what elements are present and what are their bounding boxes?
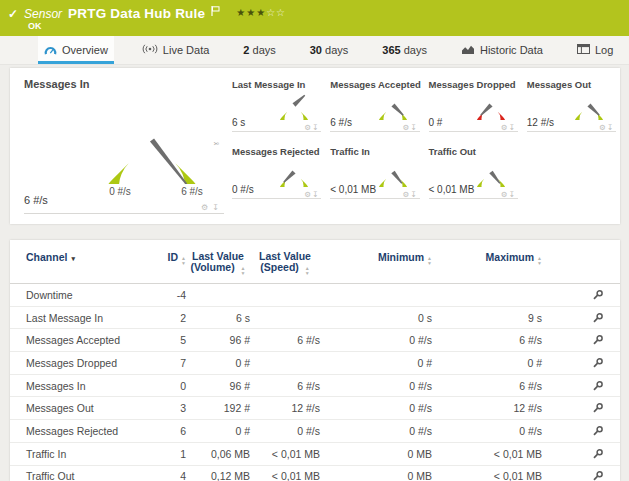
gauge-min-label: 0 #/s — [90, 186, 150, 197]
gauge-actions: ⚙↧ — [304, 191, 319, 199]
gear-icon[interactable]: ⚙ — [304, 123, 312, 132]
tab-overview[interactable]: Overview — [38, 36, 114, 64]
tab-historic-data[interactable]: Historic Data — [461, 36, 543, 64]
gauge-value: < 0,01 MB — [330, 184, 376, 195]
cell-id: 2 — [158, 312, 186, 324]
gauge-value: 0 #/s — [232, 184, 254, 195]
tab-log[interactable]: Log — [577, 36, 613, 64]
table-row-messages-out[interactable]: Messages Out3192 #12 #/s0 #/s12 #/s — [10, 397, 620, 420]
column-header-maximum[interactable]: Maximum▲▼ — [432, 251, 542, 265]
gear-icon[interactable]: ⚙ — [304, 190, 312, 199]
channel-settings-icon[interactable] — [592, 357, 604, 369]
gauge-messages-rejected: Messages Rejected0 #/s⚙↧ — [228, 141, 323, 208]
gauge-actions: ⚙↧ — [304, 124, 319, 132]
star-filled-icon[interactable]: ★ — [256, 7, 266, 18]
channel-settings-icon[interactable] — [592, 425, 604, 437]
channel-settings-icon[interactable] — [592, 448, 604, 460]
sort-icon: ▲▼ — [305, 266, 310, 275]
cell-channel: Messages Accepted — [26, 334, 158, 346]
channel-settings-icon[interactable] — [592, 470, 604, 481]
column-header-last-value-speed[interactable]: Last Value(Speed) ▲▼ — [250, 251, 320, 275]
pin-icon[interactable]: ↧ — [312, 190, 319, 199]
star-empty-icon[interactable]: ☆ — [276, 7, 286, 18]
table-row-messages-accepted[interactable]: Messages Accepted596 #6 #/s0 #/s6 #/s — [10, 329, 620, 352]
tab-label: 365 days — [382, 44, 427, 56]
star-empty-icon[interactable]: ☆ — [266, 7, 276, 18]
priority-stars[interactable]: ★★★☆☆ — [236, 7, 286, 18]
channel-settings-icon[interactable] — [592, 334, 604, 346]
sensor-title: PRTG Data Hub Rule — [68, 6, 205, 21]
tab-2-days[interactable]: 2 days — [243, 36, 275, 64]
prtg-sensor-page: ✓ Sensor PRTG Data Hub Rule ★★★☆☆ OK Ove… — [0, 0, 629, 481]
star-filled-icon[interactable]: ★ — [236, 7, 246, 18]
status-badge: OK — [28, 21, 42, 31]
cell-channel: Last Message In — [26, 312, 158, 324]
gauge-value: 6 s — [232, 117, 245, 128]
historic-icon — [461, 44, 475, 57]
cell-minimum: 0 #/s — [320, 380, 432, 392]
pin-icon[interactable]: ↧ — [410, 123, 417, 132]
channel-settings-icon[interactable] — [592, 380, 604, 392]
gauge-value: 6 #/s — [330, 117, 352, 128]
cell-id: 7 — [158, 357, 186, 369]
cell-last-value-volume: 0 # — [186, 425, 250, 437]
gauges-panel: Messages In x̄ 0 #/s 6 #/s 6 #/s ⚙ ↧ Las… — [10, 68, 620, 224]
channel-settings-icon[interactable] — [592, 289, 604, 301]
cell-last-value-speed: 12 #/s — [250, 402, 320, 414]
table-row-traffic-in[interactable]: Traffic In10,06 MB< 0,01 MB0 MB< 0,01 MB — [10, 443, 620, 466]
main-gauge-messages-in: Messages In x̄ 0 #/s 6 #/s 6 #/s ⚙ ↧ — [10, 68, 228, 224]
column-header-id[interactable]: ID▲▼ — [158, 251, 186, 265]
channel-settings-icon[interactable] — [592, 402, 604, 414]
cell-maximum: 6 #/s — [432, 380, 542, 392]
gear-icon[interactable]: ⚙ — [201, 203, 209, 212]
gauge-messages-accepted: Messages Accepted6 #/s⚙↧ — [326, 74, 421, 141]
table-row-last-message-in[interactable]: Last Message In26 s0 s9 s — [10, 307, 620, 330]
pin-icon[interactable]: ↧ — [212, 203, 220, 212]
gauge-messages-dropped: Messages Dropped0 #⚙↧ — [425, 74, 520, 141]
gear-icon[interactable]: ⚙ — [599, 123, 607, 132]
pin-icon[interactable]: ↧ — [607, 123, 614, 132]
gauge-value: 12 #/s — [527, 117, 554, 128]
gauge-label: Messages In — [24, 78, 89, 90]
gauge-dial — [276, 87, 313, 124]
tab-live-data[interactable]: Live Data — [142, 36, 209, 64]
channel-settings-icon[interactable] — [592, 312, 604, 324]
cell-last-value-volume: 6 s — [186, 312, 250, 324]
table-row-downtime[interactable]: Downtime-4 — [10, 284, 620, 307]
column-header-last-value-volume[interactable]: Last Value(Volume) ▲▼ — [186, 251, 250, 275]
table-row-messages-dropped[interactable]: Messages Dropped70 #0 #0 # — [10, 352, 620, 375]
flag-icon[interactable] — [211, 2, 220, 20]
gauge-dial: x̄ — [92, 80, 220, 188]
cell-id: 5 — [158, 334, 186, 346]
pin-icon[interactable]: ↧ — [312, 123, 319, 132]
tab-label: Overview — [62, 44, 108, 56]
gauge-dial — [571, 87, 608, 124]
cell-minimum: 0 s — [320, 312, 432, 324]
tab-label: 30 days — [310, 44, 349, 56]
gauge-icon — [44, 44, 57, 57]
cell-id: 1 — [158, 448, 186, 460]
cell-maximum: 0 #/s — [432, 425, 542, 437]
tab-label: Log — [595, 44, 613, 56]
table-row-messages-rejected[interactable]: Messages Rejected60 #0 #/s0 #/s0 #/s — [10, 420, 620, 443]
cell-last-value-volume: 0 # — [186, 357, 250, 369]
table-row-traffic-out[interactable]: Traffic Out40,12 MB< 0,01 MB0 MB< 0,01 M… — [10, 466, 620, 481]
pin-icon[interactable]: ↧ — [508, 190, 515, 199]
star-filled-icon[interactable]: ★ — [246, 7, 256, 18]
column-header-minimum[interactable]: Minimum▲▼ — [320, 251, 432, 265]
gauge-actions: ⚙↧ — [599, 124, 614, 132]
pin-icon[interactable]: ↧ — [508, 123, 515, 132]
tab-365-days[interactable]: 365 days — [382, 36, 427, 64]
gauge-label: Traffic In — [330, 146, 370, 157]
tab-30-days[interactable]: 30 days — [310, 36, 349, 64]
cell-minimum: 0 MB — [320, 448, 432, 460]
gauge-actions: ⚙↧ — [402, 124, 417, 132]
cell-channel: Traffic Out — [26, 470, 158, 481]
cell-maximum: 0 # — [432, 357, 542, 369]
cell-channel: Messages Rejected — [26, 425, 158, 437]
pin-icon[interactable]: ↧ — [410, 190, 417, 199]
cell-minimum: 0 MB — [320, 470, 432, 481]
gauge-traffic-in: Traffic In< 0,01 MB⚙↧ — [326, 141, 421, 208]
table-row-messages-in[interactable]: Messages In096 #6 #/s0 #/s6 #/s — [10, 375, 620, 398]
column-header-channel[interactable]: Channel▾ — [26, 251, 158, 263]
